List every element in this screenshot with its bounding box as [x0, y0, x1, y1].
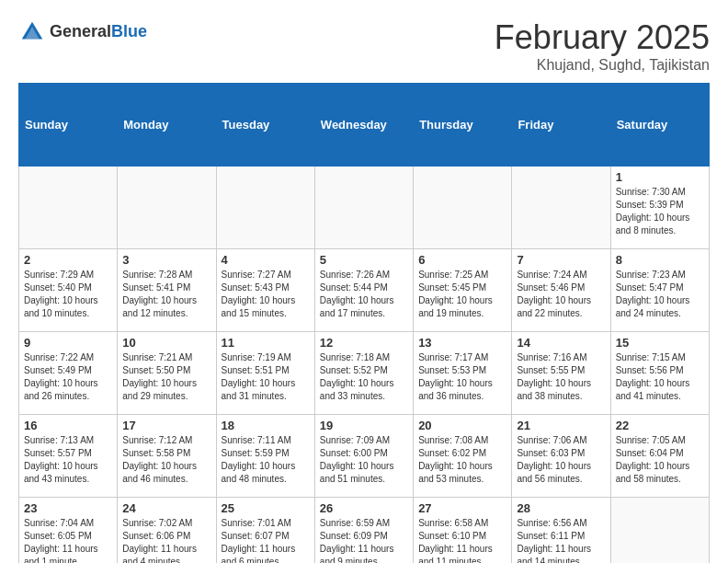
- day-info: Sunrise: 6:59 AM Sunset: 6:09 PM Dayligh…: [320, 517, 408, 563]
- day-number: 13: [418, 336, 506, 350]
- week-row-4: 23Sunrise: 7:04 AM Sunset: 6:05 PM Dayli…: [19, 498, 710, 564]
- day-info: Sunrise: 7:16 AM Sunset: 5:55 PM Dayligh…: [517, 351, 605, 403]
- day-cell: 19Sunrise: 7:09 AM Sunset: 6:00 PM Dayli…: [314, 415, 413, 498]
- week-row-1: 2Sunrise: 7:29 AM Sunset: 5:40 PM Daylig…: [19, 249, 710, 332]
- day-info: Sunrise: 7:11 AM Sunset: 5:59 PM Dayligh…: [222, 434, 310, 486]
- day-info: Sunrise: 7:30 AM Sunset: 5:39 PM Dayligh…: [616, 186, 704, 237]
- day-info: Sunrise: 7:13 AM Sunset: 5:57 PM Dayligh…: [24, 434, 112, 486]
- day-cell: 28Sunrise: 6:56 AM Sunset: 6:11 PM Dayli…: [512, 498, 610, 564]
- weekday-header-thursday: Thursday: [414, 84, 512, 167]
- logo-text: GeneralBlue: [50, 23, 147, 41]
- day-number: 21: [517, 419, 605, 432]
- day-number: 22: [616, 419, 704, 432]
- week-row-0: 1Sunrise: 7:30 AM Sunset: 5:39 PM Daylig…: [19, 167, 710, 249]
- day-info: Sunrise: 7:09 AM Sunset: 6:00 PM Dayligh…: [320, 434, 408, 486]
- day-number: 28: [517, 501, 605, 515]
- day-number: 11: [222, 336, 310, 350]
- day-info: Sunrise: 7:18 AM Sunset: 5:52 PM Dayligh…: [320, 351, 408, 403]
- day-info: Sunrise: 6:56 AM Sunset: 6:11 PM Dayligh…: [517, 517, 605, 563]
- day-cell: 22Sunrise: 7:05 AM Sunset: 6:04 PM Dayli…: [610, 415, 709, 498]
- day-number: 6: [418, 253, 506, 267]
- weekday-header-saturday: Saturday: [610, 84, 709, 167]
- day-cell: [19, 167, 118, 249]
- day-cell: 10Sunrise: 7:21 AM Sunset: 5:50 PM Dayli…: [118, 332, 216, 415]
- day-cell: [118, 167, 216, 249]
- day-number: 9: [24, 336, 112, 350]
- weekday-header-monday: Monday: [118, 84, 216, 167]
- day-info: Sunrise: 7:25 AM Sunset: 5:45 PM Dayligh…: [418, 269, 506, 320]
- weekday-header-wednesday: Wednesday: [314, 84, 413, 167]
- day-cell: 16Sunrise: 7:13 AM Sunset: 5:57 PM Dayli…: [19, 415, 118, 498]
- day-cell: 18Sunrise: 7:11 AM Sunset: 5:59 PM Dayli…: [216, 415, 314, 498]
- day-cell: 24Sunrise: 7:02 AM Sunset: 6:06 PM Dayli…: [118, 498, 216, 564]
- day-info: Sunrise: 7:08 AM Sunset: 6:02 PM Dayligh…: [418, 434, 506, 486]
- day-cell: 11Sunrise: 7:19 AM Sunset: 5:51 PM Dayli…: [216, 332, 314, 415]
- month-title: February 2025: [495, 18, 710, 57]
- day-number: 17: [122, 419, 210, 432]
- day-info: Sunrise: 7:22 AM Sunset: 5:49 PM Dayligh…: [24, 351, 112, 403]
- day-cell: 9Sunrise: 7:22 AM Sunset: 5:49 PM Daylig…: [19, 332, 118, 415]
- logo: GeneralBlue: [18, 18, 147, 46]
- day-info: Sunrise: 7:21 AM Sunset: 5:50 PM Dayligh…: [122, 351, 210, 403]
- day-cell: 7Sunrise: 7:24 AM Sunset: 5:46 PM Daylig…: [512, 249, 610, 332]
- day-info: Sunrise: 7:04 AM Sunset: 6:05 PM Dayligh…: [24, 517, 112, 563]
- day-number: 24: [122, 501, 210, 515]
- day-cell: 8Sunrise: 7:23 AM Sunset: 5:47 PM Daylig…: [610, 249, 709, 332]
- day-cell: [610, 498, 709, 564]
- day-cell: 25Sunrise: 7:01 AM Sunset: 6:07 PM Dayli…: [216, 498, 314, 564]
- day-info: Sunrise: 7:23 AM Sunset: 5:47 PM Dayligh…: [616, 269, 704, 320]
- day-number: 8: [616, 253, 704, 267]
- week-row-3: 16Sunrise: 7:13 AM Sunset: 5:57 PM Dayli…: [19, 415, 710, 498]
- day-cell: 20Sunrise: 7:08 AM Sunset: 6:02 PM Dayli…: [414, 415, 512, 498]
- day-info: Sunrise: 7:06 AM Sunset: 6:03 PM Dayligh…: [517, 434, 605, 486]
- day-number: 12: [320, 336, 408, 350]
- day-info: Sunrise: 7:19 AM Sunset: 5:51 PM Dayligh…: [222, 351, 310, 403]
- calendar-table: SundayMondayTuesdayWednesdayThursdayFrid…: [18, 83, 710, 563]
- day-info: Sunrise: 7:28 AM Sunset: 5:41 PM Dayligh…: [122, 269, 210, 320]
- day-number: 4: [222, 253, 310, 267]
- day-number: 14: [517, 336, 605, 350]
- day-cell: 17Sunrise: 7:12 AM Sunset: 5:58 PM Dayli…: [118, 415, 216, 498]
- day-cell: 4Sunrise: 7:27 AM Sunset: 5:43 PM Daylig…: [216, 249, 314, 332]
- day-cell: 26Sunrise: 6:59 AM Sunset: 6:09 PM Dayli…: [314, 498, 413, 564]
- page-header: GeneralBlue February 2025 Khujand, Sughd…: [18, 18, 710, 74]
- day-cell: [216, 167, 314, 249]
- logo-general: General: [50, 22, 111, 40]
- day-cell: 21Sunrise: 7:06 AM Sunset: 6:03 PM Dayli…: [512, 415, 610, 498]
- weekday-header-row: SundayMondayTuesdayWednesdayThursdayFrid…: [19, 84, 710, 167]
- day-cell: 5Sunrise: 7:26 AM Sunset: 5:44 PM Daylig…: [314, 249, 413, 332]
- day-cell: 14Sunrise: 7:16 AM Sunset: 5:55 PM Dayli…: [512, 332, 610, 415]
- day-number: 25: [222, 501, 310, 515]
- day-cell: 12Sunrise: 7:18 AM Sunset: 5:52 PM Dayli…: [314, 332, 413, 415]
- day-number: 1: [616, 170, 704, 184]
- day-cell: 1Sunrise: 7:30 AM Sunset: 5:39 PM Daylig…: [610, 167, 709, 249]
- day-number: 5: [320, 253, 408, 267]
- day-info: Sunrise: 7:05 AM Sunset: 6:04 PM Dayligh…: [616, 434, 704, 486]
- day-number: 7: [517, 253, 605, 267]
- day-cell: [414, 167, 512, 249]
- location: Khujand, Sughd, Tajikistan: [495, 57, 710, 74]
- day-number: 19: [320, 419, 408, 432]
- day-cell: 13Sunrise: 7:17 AM Sunset: 5:53 PM Dayli…: [414, 332, 512, 415]
- day-number: 3: [122, 253, 210, 267]
- day-number: 26: [320, 501, 408, 515]
- day-cell: 6Sunrise: 7:25 AM Sunset: 5:45 PM Daylig…: [414, 249, 512, 332]
- day-info: Sunrise: 7:12 AM Sunset: 5:58 PM Dayligh…: [122, 434, 210, 486]
- day-info: Sunrise: 7:17 AM Sunset: 5:53 PM Dayligh…: [418, 351, 506, 403]
- day-info: Sunrise: 7:29 AM Sunset: 5:40 PM Dayligh…: [24, 269, 112, 320]
- day-number: 18: [222, 419, 310, 432]
- day-info: Sunrise: 7:15 AM Sunset: 5:56 PM Dayligh…: [616, 351, 704, 403]
- day-cell: 3Sunrise: 7:28 AM Sunset: 5:41 PM Daylig…: [118, 249, 216, 332]
- weekday-header-sunday: Sunday: [19, 84, 118, 167]
- day-number: 20: [418, 419, 506, 432]
- title-block: February 2025 Khujand, Sughd, Tajikistan: [495, 18, 710, 74]
- day-number: 16: [24, 419, 112, 432]
- day-info: Sunrise: 7:24 AM Sunset: 5:46 PM Dayligh…: [517, 269, 605, 320]
- day-info: Sunrise: 7:27 AM Sunset: 5:43 PM Dayligh…: [222, 269, 310, 320]
- day-number: 23: [24, 501, 112, 515]
- day-info: Sunrise: 7:02 AM Sunset: 6:06 PM Dayligh…: [122, 517, 210, 563]
- day-number: 2: [24, 253, 112, 267]
- day-number: 15: [616, 336, 704, 350]
- day-cell: 2Sunrise: 7:29 AM Sunset: 5:40 PM Daylig…: [19, 249, 118, 332]
- day-cell: [314, 167, 413, 249]
